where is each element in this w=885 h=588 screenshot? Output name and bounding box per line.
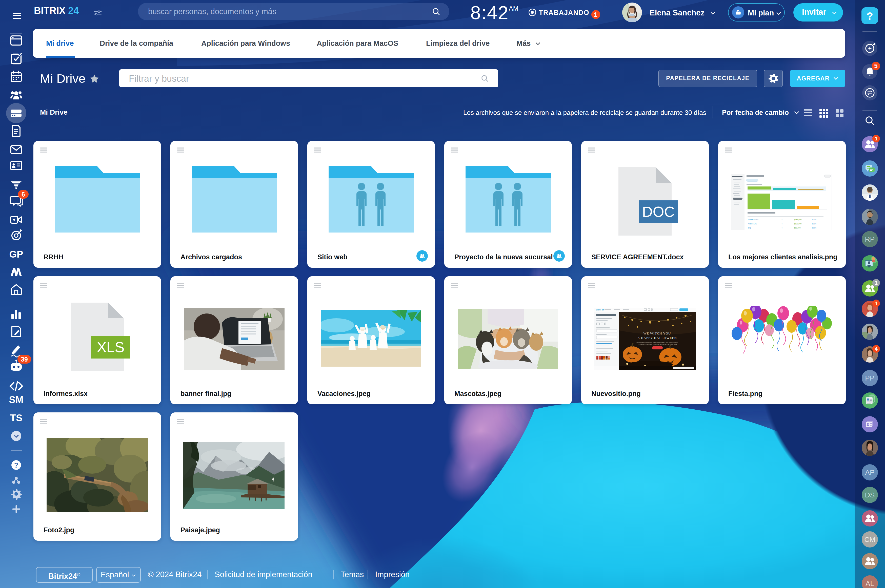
svg-text:39: 39 xyxy=(21,356,28,363)
svg-text:4: 4 xyxy=(781,227,783,229)
svg-text:XLS: XLS xyxy=(97,339,125,355)
svg-text:AL: AL xyxy=(865,580,874,588)
svg-text:100%: 100% xyxy=(812,227,816,229)
svg-text:Distribuidorio: Distribuidorio xyxy=(748,219,759,220)
svg-text:$82,300: $82,300 xyxy=(794,227,801,229)
svg-text:PP: PP xyxy=(865,374,874,382)
svg-text:Digi: Digi xyxy=(748,227,751,229)
svg-text:100%: 100% xyxy=(812,223,816,225)
svg-text:DS: DS xyxy=(865,491,875,499)
svg-text:DOC: DOC xyxy=(642,203,675,220)
svg-text:RP: RP xyxy=(865,235,875,243)
svg-text:Bitrix 24: Bitrix 24 xyxy=(596,309,604,311)
svg-text:A HAPPY HALLOWEEN: A HAPPY HALLOWEEN xyxy=(637,336,677,340)
svg-text:TS: TS xyxy=(10,412,23,423)
svg-text:4: 4 xyxy=(781,223,783,225)
svg-text:100%: 100% xyxy=(812,219,816,220)
svg-text:CM: CM xyxy=(864,536,875,543)
svg-text:$120,000: $120,000 xyxy=(794,223,801,225)
svg-text:SM: SM xyxy=(9,394,24,405)
svg-text:5: 5 xyxy=(874,63,877,69)
svg-text:?: ? xyxy=(14,461,18,469)
svg-text:4: 4 xyxy=(874,346,877,352)
svg-text:GP: GP xyxy=(9,249,23,260)
svg-text:AP: AP xyxy=(865,469,874,476)
svg-text:1: 1 xyxy=(874,300,877,306)
svg-text:WE WITCH YOU: WE WITCH YOU xyxy=(643,332,671,335)
svg-text:$154,000: $154,000 xyxy=(794,219,801,220)
svg-text:No olvides ponerte tus mejores: No olvides ponerte tus mejores disfraces… xyxy=(637,342,678,344)
svg-text:Avalon LTD: Avalon LTD xyxy=(748,223,757,225)
svg-text:1: 1 xyxy=(874,280,877,286)
svg-text:1: 1 xyxy=(874,136,877,141)
svg-text:?: ? xyxy=(867,10,873,22)
svg-text:4: 4 xyxy=(781,219,783,220)
svg-text:6: 6 xyxy=(21,191,25,198)
